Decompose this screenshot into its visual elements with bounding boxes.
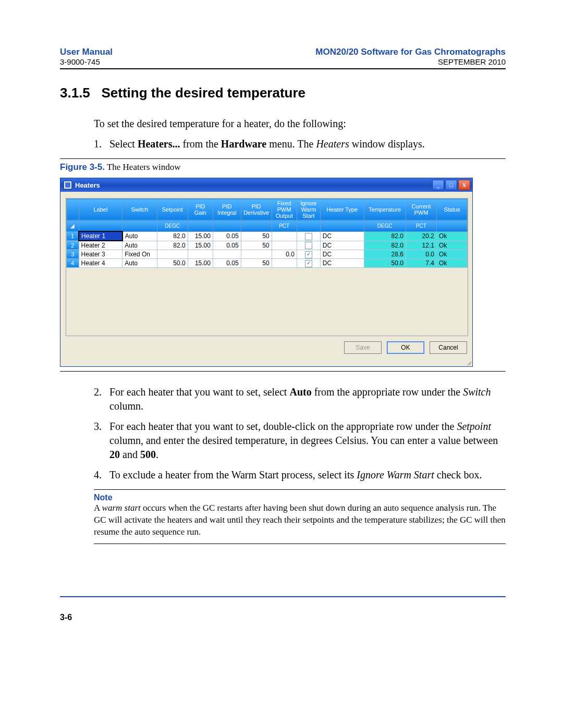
- col-setpoint[interactable]: Setpoint: [157, 199, 188, 220]
- cell-label[interactable]: Heater 4: [79, 259, 123, 268]
- cell-label[interactable]: Heater 2: [79, 241, 123, 250]
- cell-status: Ok: [436, 231, 467, 241]
- cell-type[interactable]: DC: [320, 250, 364, 259]
- titlebar[interactable]: Heaters _ □ X: [60, 178, 472, 192]
- cell-status: Ok: [436, 259, 467, 268]
- note-label: Note: [94, 493, 506, 502]
- checkbox-icon[interactable]: [305, 233, 312, 240]
- cell-switch[interactable]: Auto: [123, 259, 157, 268]
- col-pid-integral[interactable]: PID Integral: [213, 199, 241, 220]
- col-heater-type[interactable]: Heater Type: [320, 199, 364, 220]
- maximize-button[interactable]: □: [445, 180, 457, 190]
- header-left-title: User Manual: [60, 47, 113, 57]
- col-pid-derivative[interactable]: PID Derivative: [241, 199, 272, 220]
- cell-pwm: 7.4: [406, 259, 436, 268]
- step-2: 2. For each heater that you want to set,…: [94, 385, 506, 413]
- cell-setpoint[interactable]: [157, 250, 188, 259]
- cell-ignore[interactable]: [297, 241, 320, 250]
- cell-switch[interactable]: Auto: [123, 241, 157, 250]
- window-title: Heaters: [75, 181, 100, 189]
- ok-button[interactable]: OK: [387, 341, 424, 354]
- cell-integral[interactable]: 0.05: [213, 231, 241, 241]
- cell-pwm: 12.1: [406, 241, 436, 250]
- cell-gain[interactable]: 15.00: [188, 259, 213, 268]
- col-current-pwm[interactable]: Current PWM: [406, 199, 436, 220]
- cell-status: Ok: [436, 250, 467, 259]
- checkbox-icon[interactable]: [305, 242, 312, 249]
- figure-rule-top: [60, 158, 506, 159]
- step-3: 3. For each heater that you want to set,…: [94, 419, 506, 462]
- cell-deriv[interactable]: 50: [241, 259, 272, 268]
- cell-integral[interactable]: 0.05: [213, 241, 241, 250]
- table-row[interactable]: 3 Heater 3 Fixed On 0.0 ✓ DC 28.6 0.0 Ok: [67, 250, 468, 259]
- cell-fixed[interactable]: 0.0: [272, 250, 297, 259]
- table-row[interactable]: 4 Heater 4 Auto 50.0 15.00 0.05 50 ✓ DC …: [67, 259, 468, 268]
- checkbox-icon[interactable]: ✓: [305, 251, 312, 258]
- step-1-number: 1.: [94, 137, 109, 151]
- row-number[interactable]: 4: [67, 259, 79, 268]
- table-row[interactable]: 1 Heater 1 Auto 82.0 15.00 0.05 50 DC 82…: [67, 231, 468, 241]
- step-4: 4. To exclude a heater from the Warm Sta…: [94, 468, 506, 482]
- note-body: A warm start occurs when the GC restarts…: [94, 502, 506, 538]
- cell-ignore[interactable]: ✓: [297, 259, 320, 268]
- cell-deriv[interactable]: 50: [241, 241, 272, 250]
- cell-temp: 50.0: [364, 259, 406, 268]
- col-ignore-warm[interactable]: Ignore Warm Start: [297, 199, 320, 220]
- cell-switch[interactable]: Auto: [123, 231, 157, 241]
- window-footer-buttons: Save OK Cancel: [66, 341, 467, 354]
- cell-integral[interactable]: 0.05: [213, 259, 241, 268]
- col-switch[interactable]: Switch: [123, 199, 157, 220]
- cell-gain[interactable]: 15.00: [188, 231, 213, 241]
- cell-fixed[interactable]: [272, 259, 297, 268]
- resize-grabber[interactable]: [60, 359, 472, 366]
- col-rowhead[interactable]: [67, 199, 79, 220]
- header-left-sub: 3-9000-745: [60, 57, 113, 66]
- cell-deriv[interactable]: 50: [241, 231, 272, 241]
- row-number[interactable]: 3: [67, 250, 79, 259]
- table-header-row: Label Switch Setpoint PID Gain PID Integ…: [67, 199, 468, 220]
- checkbox-icon[interactable]: ✓: [305, 260, 312, 267]
- minimize-button[interactable]: _: [432, 180, 444, 190]
- table-row[interactable]: 2 Heater 2 Auto 82.0 15.00 0.05 50 DC 82…: [67, 241, 468, 250]
- cell-temp: 82.0: [364, 241, 406, 250]
- figure-label: Figure 3-5.: [60, 162, 105, 172]
- step-2-number: 2.: [94, 385, 109, 413]
- cell-fixed[interactable]: [272, 231, 297, 241]
- cell-type[interactable]: DC: [320, 241, 364, 250]
- col-label[interactable]: Label: [79, 199, 123, 220]
- cell-integral[interactable]: [213, 250, 241, 259]
- header-rule: [60, 68, 506, 69]
- cell-type[interactable]: DC: [320, 259, 364, 268]
- save-button: Save: [344, 341, 382, 354]
- section-number: 3.1.5: [60, 85, 90, 101]
- heaters-table[interactable]: Label Switch Setpoint PID Gain PID Integ…: [66, 199, 468, 268]
- cell-ignore[interactable]: [297, 231, 320, 241]
- col-status[interactable]: Status: [436, 199, 467, 220]
- cell-deriv[interactable]: [241, 250, 272, 259]
- cell-label[interactable]: Heater 1: [79, 231, 123, 241]
- cell-gain[interactable]: [188, 250, 213, 259]
- cell-type[interactable]: DC: [320, 231, 364, 241]
- window-icon: [64, 181, 72, 189]
- heaters-window: Heaters _ □ X Label: [60, 178, 473, 367]
- cell-gain[interactable]: 15.00: [188, 241, 213, 250]
- cell-setpoint[interactable]: 50.0: [157, 259, 188, 268]
- cell-setpoint[interactable]: 82.0: [157, 241, 188, 250]
- cell-switch[interactable]: Fixed On: [123, 250, 157, 259]
- intro-text: To set the desired temperature for a hea…: [94, 117, 506, 131]
- note-rule-top: [94, 489, 506, 490]
- col-fixed-pwm[interactable]: Fixed PWM Output: [272, 199, 297, 220]
- cell-label[interactable]: Heater 3: [79, 250, 123, 259]
- col-temperature[interactable]: Temperature: [364, 199, 406, 220]
- cell-temp: 28.6: [364, 250, 406, 259]
- cell-setpoint[interactable]: 82.0: [157, 231, 188, 241]
- row-number[interactable]: 2: [67, 241, 79, 250]
- cell-fixed[interactable]: [272, 241, 297, 250]
- step-1: 1. Select Heaters... from the Hardware m…: [94, 137, 506, 151]
- col-pid-gain[interactable]: PID Gain: [188, 199, 213, 220]
- close-button[interactable]: X: [458, 180, 470, 190]
- cancel-button[interactable]: Cancel: [430, 341, 467, 354]
- cell-ignore[interactable]: ✓: [297, 250, 320, 259]
- row-number[interactable]: 1: [67, 231, 79, 241]
- figure-rule-bottom: [60, 371, 506, 372]
